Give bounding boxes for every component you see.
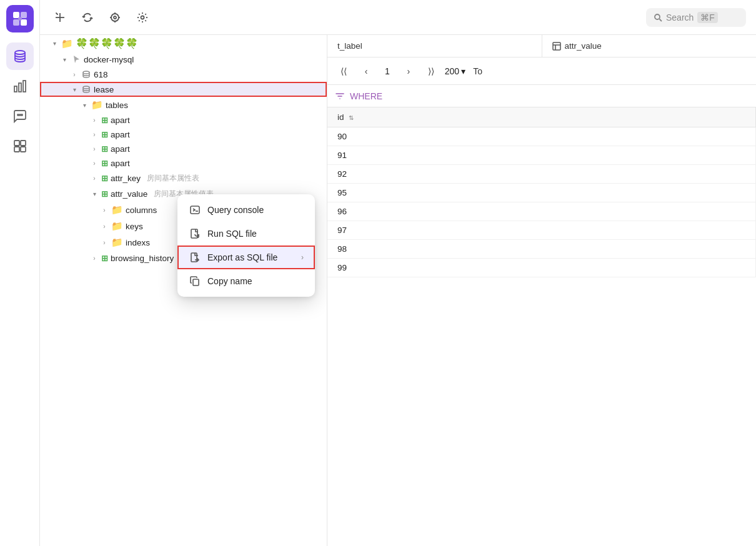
chevron-right-icon: › — [100, 239, 109, 246]
current-page: 1 — [380, 65, 395, 77]
chevron-down-icon: ▾ — [60, 56, 69, 63]
svg-rect-8 — [23, 81, 26, 92]
next-page-button[interactable]: › — [400, 62, 417, 80]
svg-rect-0 — [13, 12, 19, 18]
chevron-right-icon: › — [90, 131, 99, 138]
submenu-arrow-icon: › — [301, 253, 304, 262]
terminal-icon — [189, 204, 201, 216]
id-column-header[interactable]: id ⇅ — [327, 107, 756, 127]
page-size-selector[interactable]: 200 ▾ — [445, 66, 465, 76]
svg-rect-34 — [191, 253, 197, 262]
tree-item-docker-mysql[interactable]: ▾ docker-mysql — [40, 52, 327, 67]
sidebar-item-chat[interactable] — [6, 102, 34, 130]
context-menu-item-export-sql[interactable]: Export as SQL file › — [177, 246, 315, 269]
svg-point-9 — [17, 114, 19, 116]
first-page-button[interactable]: ⟨⟨ — [335, 62, 352, 80]
tree-item-apart-3[interactable]: › ⊞ apart — [40, 142, 327, 156]
table-row: 92 — [327, 165, 756, 184]
chevron-right-icon: › — [90, 117, 99, 124]
filter-icon — [335, 91, 345, 101]
columns-folder-icon: 📁 — [111, 204, 123, 216]
svg-rect-14 — [14, 147, 19, 152]
cursor-icon — [71, 54, 81, 64]
svg-point-11 — [21, 114, 22, 116]
tree-item-attr-key[interactable]: › ⊞ attr_key 房间基本属性表 — [40, 171, 327, 186]
refresh-button[interactable] — [77, 7, 97, 27]
docker-mysql-label: docker-mysql — [84, 55, 134, 64]
search-shortcut: ⌘F — [697, 12, 718, 23]
root-folder-icon: 📁 — [61, 38, 73, 49]
table-icon-browsing: ⊞ — [101, 254, 108, 263]
svg-point-19 — [114, 16, 116, 19]
table-icon-attr-value: ⊞ — [101, 189, 108, 199]
context-menu-item-query-console[interactable]: Query console — [177, 198, 315, 222]
root-emoji-label: 🍀🍀🍀🍀🍀 — [76, 37, 138, 49]
chevron-right-icon: › — [100, 207, 109, 214]
context-menu-item-copy-name[interactable]: Copy name — [177, 269, 315, 293]
target-button[interactable] — [105, 7, 125, 27]
table-row: 91 — [327, 146, 756, 165]
id-cell: 96 — [327, 202, 756, 221]
tree-root-item[interactable]: ▾ 📁 🍀🍀🍀🍀🍀 — [40, 35, 327, 52]
copy-icon — [189, 275, 201, 287]
chevron-right-icon: › — [90, 146, 99, 152]
main-area: Search ⌘F ▾ 📁 🍀🍀🍀🍀🍀 ▾ docker-mysql — [40, 0, 756, 546]
chevron-right-icon: › — [70, 71, 79, 78]
table-row: 95 — [327, 184, 756, 202]
prev-page-button[interactable]: ‹ — [357, 62, 375, 80]
add-button[interactable] — [50, 7, 70, 27]
table-row: 98 — [327, 240, 756, 259]
id-cell: 90 — [327, 127, 756, 146]
chevron-right-icon: › — [90, 175, 99, 182]
sidebar-item-chart[interactable] — [6, 72, 34, 100]
last-page-button[interactable]: ⟩⟩ — [422, 62, 440, 80]
keys-folder-icon: 📁 — [111, 221, 123, 232]
db-618-label: 618 — [94, 70, 108, 79]
search-box[interactable]: Search ⌘F — [646, 8, 746, 27]
table-header-icon — [552, 42, 561, 51]
lease-label: lease — [94, 85, 114, 94]
columns-label: columns — [126, 206, 157, 215]
sidebar-item-layout[interactable] — [6, 132, 34, 160]
table-row: 90 — [327, 127, 756, 146]
attr-key-label: attr_key — [111, 174, 141, 183]
svg-point-28 — [83, 86, 89, 89]
table-icon-attr-key: ⊞ — [101, 174, 108, 183]
tree-item-apart-2[interactable]: › ⊞ apart — [40, 127, 327, 142]
settings-button[interactable] — [132, 7, 152, 27]
svg-rect-2 — [13, 19, 19, 26]
table-icon-1: ⊞ — [101, 116, 108, 125]
sidebar-item-database[interactable] — [6, 42, 34, 70]
app-logo[interactable] — [6, 5, 34, 32]
search-icon — [654, 13, 662, 22]
data-panel: t_label attr_value ⟨⟨ ‹ 1 › ⟩⟩ — [327, 35, 756, 546]
svg-rect-15 — [21, 147, 26, 152]
tree-item-tables-folder[interactable]: ▾ 📁 tables — [40, 97, 327, 113]
column-headers: t_label attr_value — [327, 35, 756, 57]
tree-item-apart-4[interactable]: › ⊞ apart — [40, 156, 327, 171]
export-sql-icon — [189, 251, 201, 264]
chevron-right-icon: › — [90, 160, 99, 167]
tree-item-lease[interactable]: ▾ lease — [40, 82, 327, 97]
svg-rect-7 — [19, 83, 21, 92]
id-cell: 91 — [327, 146, 756, 165]
indexs-label: indexs — [126, 238, 150, 247]
id-cell: 98 — [327, 240, 756, 259]
apart-1-label: apart — [111, 116, 130, 125]
pagination-bar: ⟨⟨ ‹ 1 › ⟩⟩ 200 ▾ To — [327, 57, 756, 85]
sidebar — [0, 0, 40, 546]
svg-point-18 — [111, 14, 119, 21]
svg-rect-31 — [191, 229, 197, 238]
sql-file-icon — [189, 227, 201, 240]
content-area: ▾ 📁 🍀🍀🍀🍀🍀 ▾ docker-mysql › — [40, 35, 756, 546]
apart-2-label: apart — [111, 130, 130, 139]
tree-item-apart-1[interactable]: › ⊞ apart — [40, 113, 327, 127]
tree-item-618[interactable]: › 618 — [40, 67, 327, 82]
attr-key-comment: 房间基本属性表 — [147, 173, 199, 184]
svg-point-10 — [19, 114, 21, 116]
chevron-right-icon: › — [100, 223, 109, 230]
page-size-chevron: ▾ — [461, 66, 465, 76]
query-console-label: Query console — [207, 205, 264, 215]
context-menu-item-run-sql[interactable]: Run SQL file — [177, 222, 315, 246]
col-header-t-label: t_label — [327, 35, 542, 57]
